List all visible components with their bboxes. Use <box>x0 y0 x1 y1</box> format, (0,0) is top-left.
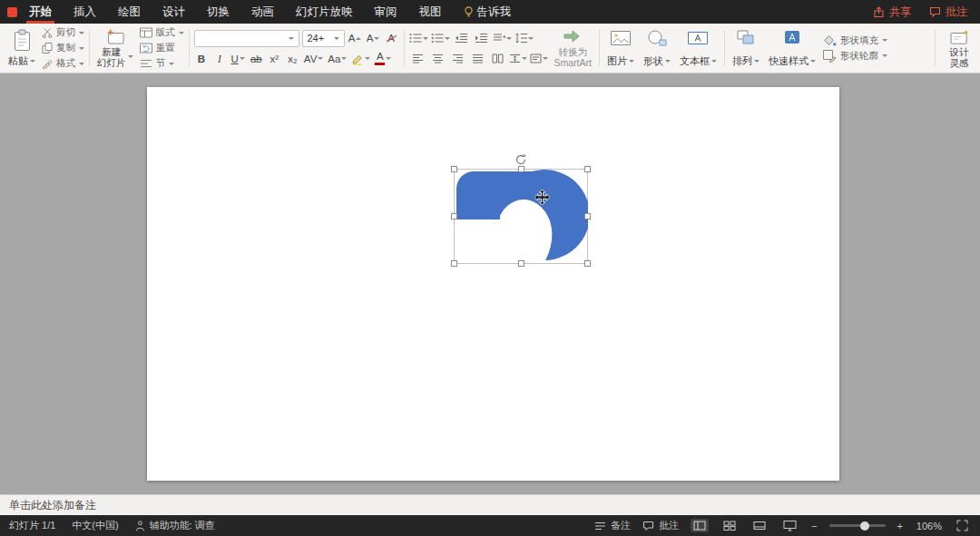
increase-font-size-button[interactable]: A <box>348 30 363 46</box>
editing-canvas[interactable] <box>0 74 980 494</box>
quick-styles-label: 快速样式 <box>769 54 808 68</box>
align-right-button[interactable] <box>449 50 466 66</box>
rotate-handle-icon[interactable] <box>515 153 527 165</box>
font-color-button[interactable]: A <box>374 51 392 67</box>
subscript-button[interactable]: x₂ <box>285 51 300 67</box>
tab-tell-me[interactable]: 告诉我 <box>464 0 512 24</box>
paste-button[interactable]: 粘贴 <box>5 26 38 70</box>
slideshow-button[interactable] <box>780 518 799 533</box>
resize-handle-nw[interactable] <box>451 166 457 172</box>
powerpoint-window: 开始 插入 绘图 设计 切换 动画 幻灯片放映 审阅 视图 告诉我 共享 批注 <box>0 0 980 536</box>
textbox-button[interactable]: 文本框 <box>677 26 720 70</box>
accessibility-button[interactable]: 辅助功能: 调查 <box>135 519 215 532</box>
superscript-button[interactable]: x² <box>267 51 282 67</box>
quick-styles-button[interactable]: 快速样式 <box>766 26 818 70</box>
format-painter-button[interactable]: 格式 <box>42 57 84 70</box>
decrease-indent-button[interactable] <box>453 30 470 46</box>
powerpoint-app-icon <box>7 7 17 17</box>
bullets-button[interactable] <box>409 30 428 46</box>
bold-button[interactable]: B <box>194 51 210 67</box>
clear-formatting-button[interactable]: A <box>384 30 399 46</box>
text-highlight-button[interactable] <box>350 51 371 67</box>
new-slide-button[interactable]: 新建 幻灯片 <box>94 26 136 70</box>
notes-pane[interactable]: 单击此处添加备注 <box>0 494 980 515</box>
resize-handle-ne[interactable] <box>584 166 591 172</box>
underline-button[interactable]: U <box>230 51 246 67</box>
tab-insert[interactable]: 插入 <box>74 0 96 24</box>
reading-view-icon <box>753 521 766 531</box>
reset-button[interactable]: 重置 <box>140 42 184 54</box>
tab-design[interactable]: 设计 <box>162 0 185 24</box>
resize-handle-e[interactable] <box>584 213 591 219</box>
chevron-down-icon <box>179 32 184 34</box>
selected-shape[interactable] <box>454 169 588 264</box>
numbering-button[interactable] <box>431 30 450 46</box>
tab-slideshow[interactable]: 幻灯片放映 <box>296 0 353 24</box>
resize-handle-sw[interactable] <box>451 260 457 267</box>
slide-sorter-view-button[interactable] <box>720 519 739 532</box>
shapes-button[interactable]: 形状 <box>641 26 673 70</box>
align-left-button[interactable] <box>409 50 426 66</box>
columns-button[interactable] <box>489 50 506 66</box>
strikethrough-button[interactable]: ab <box>249 51 264 67</box>
font-size-select[interactable]: 24+ <box>302 30 345 47</box>
change-case-button[interactable]: Aa <box>327 51 348 67</box>
tab-animations[interactable]: 动画 <box>251 0 274 24</box>
shape-selection-box[interactable] <box>454 169 588 264</box>
tab-view[interactable]: 视图 <box>419 0 442 24</box>
slide[interactable] <box>147 87 839 481</box>
layout-button[interactable]: 版式 <box>140 26 184 39</box>
resize-handle-s[interactable] <box>518 260 524 267</box>
character-spacing-button[interactable]: AV <box>303 51 325 67</box>
font-name-select[interactable] <box>194 30 299 47</box>
increase-indent-button[interactable] <box>473 30 490 46</box>
align-center-button[interactable] <box>429 50 446 66</box>
ribbon-group-paragraph: 转换为 SmartArt <box>409 26 594 70</box>
zoom-percentage[interactable]: 106% <box>915 521 942 531</box>
decrease-font-size-button[interactable]: A <box>366 30 381 46</box>
notes-toggle-button[interactable]: 备注 <box>594 519 631 532</box>
format-painter-label: 格式 <box>56 57 75 70</box>
convert-to-smartart-label: 转换为 SmartArt <box>554 46 592 68</box>
convert-to-smartart-button[interactable]: 转换为 SmartArt <box>552 26 594 70</box>
comments-button[interactable]: 批注 <box>929 5 967 20</box>
zoom-out-button[interactable]: − <box>811 521 817 531</box>
resize-handle-n[interactable] <box>518 166 524 172</box>
text-direction-button[interactable] <box>493 30 512 46</box>
zoom-in-button[interactable]: + <box>897 521 903 531</box>
arrange-button[interactable]: 排列 <box>730 26 762 70</box>
tab-review[interactable]: 审阅 <box>375 0 397 24</box>
fit-to-window-button[interactable] <box>954 518 971 533</box>
copy-button[interactable]: 复制 <box>42 42 84 54</box>
cut-button[interactable]: 剪切 <box>42 26 84 39</box>
columns-icon <box>492 54 504 63</box>
text-align-button[interactable] <box>530 50 548 66</box>
tab-home[interactable]: 开始 <box>29 0 52 24</box>
share-icon <box>873 6 885 18</box>
vertical-align-icon <box>509 54 521 63</box>
zoom-slider-knob[interactable] <box>860 521 869 531</box>
section-button[interactable]: 节 <box>140 57 184 70</box>
shape-outline-button[interactable]: 形状轮廓 <box>822 50 887 63</box>
design-ideas-button[interactable]: 设计 灵感 <box>944 26 975 70</box>
shape-fill-button[interactable]: 形状填充 <box>822 34 887 47</box>
resize-handle-w[interactable] <box>451 213 457 219</box>
justify-button[interactable] <box>469 50 486 66</box>
comments-toggle-button[interactable]: 批注 <box>642 519 679 532</box>
reading-view-button[interactable] <box>750 519 769 532</box>
zoom-slider[interactable] <box>829 524 886 527</box>
chevron-down-icon <box>665 60 671 63</box>
language-button[interactable]: 中文(中国) <box>72 519 118 532</box>
vertical-align-button[interactable] <box>509 50 527 66</box>
italic-button[interactable]: I <box>212 51 228 67</box>
picture-icon <box>610 29 632 47</box>
normal-view-button[interactable] <box>691 519 709 532</box>
arrange-label: 排列 <box>732 54 752 68</box>
picture-button[interactable]: 图片 <box>604 26 637 70</box>
resize-handle-se[interactable] <box>584 260 591 267</box>
share-button[interactable]: 共享 <box>873 5 911 20</box>
tab-draw[interactable]: 绘图 <box>118 0 141 24</box>
accessibility-icon <box>135 521 145 531</box>
tab-transitions[interactable]: 切换 <box>207 0 230 24</box>
line-spacing-button[interactable] <box>514 30 534 46</box>
